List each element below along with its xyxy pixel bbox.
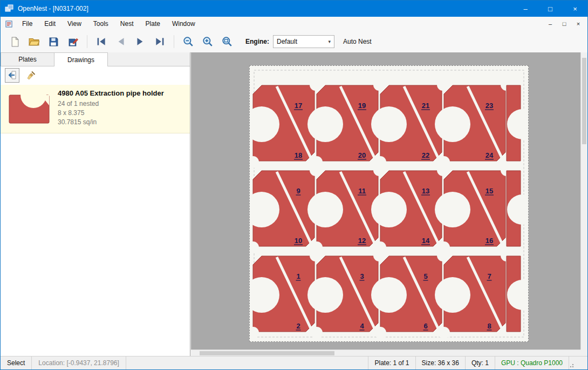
minimize-button[interactable]: –: [513, 1, 538, 17]
side-panel: PlatesDrawings: [1, 52, 190, 356]
mdi-restore-button[interactable]: □: [559, 19, 569, 28]
mdi-close-button[interactable]: ×: [573, 19, 583, 28]
clean-button[interactable]: [24, 68, 38, 83]
tab-plates[interactable]: Plates: [1, 52, 54, 66]
svg-text:16: 16: [486, 237, 493, 245]
status-size: Size: 36 x 36: [415, 356, 465, 369]
drawing-list-item[interactable]: 4980 A05 Extraction pipe holder 24 of 1 …: [1, 85, 190, 133]
drawing-item-text: 4980 A05 Extraction pipe holder 24 of 1 …: [53, 88, 164, 130]
previous-arrow-icon: [115, 36, 126, 47]
zoom-fit-icon: [222, 36, 233, 47]
status-mode: Select: [1, 356, 32, 369]
first-arrow-icon: [96, 36, 107, 47]
menu-item-nest[interactable]: Nest: [114, 17, 140, 31]
save-edit-icon: [68, 37, 78, 47]
menu-item-plate[interactable]: Plate: [140, 17, 166, 31]
horizontal-scrollbar-thumb[interactable]: [200, 351, 334, 355]
menu-item-window[interactable]: Window: [166, 17, 201, 31]
drawing-item-nested: 24 of 1 nested: [58, 99, 164, 109]
vertical-scrollbar[interactable]: [580, 52, 587, 349]
window-title: OpenNest - [N0317-002]: [18, 5, 88, 12]
maximize-button[interactable]: □: [538, 1, 563, 17]
status-gpu: GPU : Quadro P1000: [495, 356, 569, 369]
last-arrow-icon: [154, 36, 165, 47]
nested-parts[interactable]: 171819202122232491011121314151612345678: [250, 66, 528, 341]
status-qty: Qty: 1: [465, 356, 495, 369]
svg-text:17: 17: [295, 102, 302, 110]
svg-text:19: 19: [358, 102, 366, 110]
mdi-minimize-button[interactable]: –: [545, 19, 555, 28]
svg-text:10: 10: [295, 237, 302, 245]
resize-grip[interactable]: [569, 356, 587, 369]
nest-canvas[interactable]: 171819202122232491011121314151612345678: [191, 52, 587, 356]
engine-selected-value: Default: [277, 38, 297, 45]
menu-item-tools[interactable]: Tools: [87, 17, 114, 31]
toolbar: Engine: Default ▾ Auto Nest: [1, 31, 587, 53]
svg-text:15: 15: [486, 187, 493, 195]
svg-text:20: 20: [358, 151, 366, 159]
svg-text:2: 2: [296, 322, 300, 330]
zoom-in-button[interactable]: [199, 33, 217, 50]
open-button[interactable]: [25, 33, 43, 50]
document-icon: [5, 20, 13, 28]
plate-sheet[interactable]: 171819202122232491011121314151612345678: [249, 65, 529, 342]
svg-text:13: 13: [422, 187, 429, 195]
svg-text:1: 1: [296, 272, 300, 280]
svg-text:4: 4: [360, 322, 364, 330]
menu-item-view[interactable]: View: [61, 17, 87, 31]
auto-nest-button[interactable]: Auto Nest: [343, 38, 372, 45]
open-folder-icon: [29, 36, 39, 47]
new-button[interactable]: [5, 33, 24, 50]
svg-text:7: 7: [487, 272, 491, 280]
tab-drawings[interactable]: Drawings: [54, 52, 108, 66]
previous-plate-button[interactable]: [112, 33, 130, 50]
engine-label: Engine:: [245, 38, 269, 45]
svg-text:18: 18: [295, 151, 302, 159]
new-file-icon: [10, 37, 20, 47]
status-right-group: Plate: 1 of 1 Size: 36 x 36 Qty: 1 GPU :…: [368, 356, 587, 369]
first-plate-button[interactable]: [92, 33, 111, 50]
zoom-in-icon: [202, 36, 213, 47]
drawing-item-area: 30.7815 sq/in: [58, 118, 164, 127]
status-plate: Plate: 1 of 1: [368, 356, 415, 369]
drawing-item-dimensions: 8 x 8.375: [58, 109, 164, 118]
zoom-fit-button[interactable]: [218, 33, 236, 50]
broom-icon: [26, 70, 36, 80]
svg-text:24: 24: [486, 151, 494, 159]
svg-text:3: 3: [360, 272, 364, 280]
save-button[interactable]: [44, 33, 63, 50]
drawing-item-title: 4980 A05 Extraction pipe holder: [58, 89, 164, 97]
menu-items: FileEditViewToolsNestPlateWindow: [16, 17, 201, 31]
toolbar-separator: [87, 35, 87, 48]
zoom-out-icon: [183, 36, 194, 47]
menu-item-file[interactable]: File: [16, 17, 38, 31]
next-plate-button[interactable]: [131, 33, 149, 50]
save-as-button[interactable]: [64, 33, 82, 50]
menubar: FileEditViewToolsNestPlateWindow – □ ×: [1, 17, 587, 31]
svg-text:22: 22: [422, 151, 429, 159]
close-button[interactable]: ×: [563, 1, 587, 17]
part-thumbnail: [5, 88, 53, 130]
svg-text:12: 12: [358, 237, 366, 245]
next-arrow-icon: [135, 36, 146, 47]
save-icon: [49, 37, 59, 47]
import-drawing-button[interactable]: [5, 68, 19, 83]
import-arrow-icon: [8, 70, 17, 80]
svg-text:5: 5: [423, 272, 427, 280]
menu-item-edit[interactable]: Edit: [38, 17, 61, 31]
titlebar: OpenNest - [N0317-002] – □ ×: [1, 1, 587, 17]
status-location: Location: [-0.9437, 21.8796]: [32, 356, 126, 369]
app-icon: [5, 4, 13, 13]
panel-subtoolbar: [1, 66, 190, 84]
mdi-window-controls: – □ ×: [545, 19, 587, 28]
engine-select[interactable]: Default ▾: [273, 35, 334, 48]
svg-text:23: 23: [486, 102, 493, 110]
svg-text:11: 11: [358, 187, 366, 195]
vertical-scrollbar-thumb[interactable]: [582, 58, 586, 144]
last-plate-button[interactable]: [151, 33, 169, 50]
zoom-out-button[interactable]: [179, 33, 197, 50]
svg-text:21: 21: [422, 102, 429, 110]
panel-tabs: PlatesDrawings: [1, 52, 190, 66]
statusbar: Select Location: [-0.9437, 21.8796] Plat…: [1, 356, 587, 369]
chevron-down-icon: ▾: [328, 39, 331, 44]
